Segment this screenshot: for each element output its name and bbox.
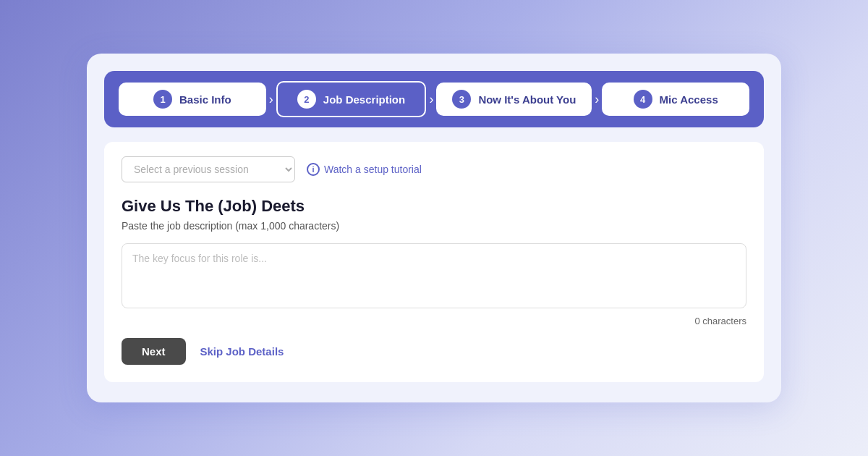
arrow-icon-1: ›: [266, 92, 276, 107]
top-bar: Select a previous session i Watch a setu…: [122, 156, 746, 182]
step-mic-access[interactable]: 4 Mic Access: [602, 83, 749, 116]
step-basic-info[interactable]: 1 Basic Info: [119, 83, 266, 116]
step-about-you[interactable]: 3 Now It's About You: [436, 83, 592, 116]
step-3-label: Now It's About You: [478, 93, 576, 106]
arrow-icon-2: ›: [426, 92, 436, 107]
char-count: 0 characters: [122, 316, 746, 326]
section-title: Give Us The (Job) Deets: [122, 197, 746, 216]
tutorial-link[interactable]: i Watch a setup tutorial: [307, 163, 422, 176]
next-button[interactable]: Next: [122, 338, 186, 365]
skip-button[interactable]: Skip Job Details: [200, 345, 284, 358]
step-4-label: Mic Access: [660, 93, 718, 106]
main-card: 1 Basic Info › 2 Job Description › 3 Now…: [87, 54, 781, 402]
section-subtitle: Paste the job description (max 1,000 cha…: [122, 220, 746, 232]
actions-bar: Next Skip Job Details: [122, 338, 746, 365]
info-icon: i: [307, 163, 320, 176]
step-1-number: 1: [153, 90, 172, 109]
session-select[interactable]: Select a previous session: [122, 156, 295, 182]
step-job-description[interactable]: 2 Job Description: [276, 81, 427, 117]
arrow-icon-3: ›: [592, 92, 602, 107]
step-2-label: Job Description: [323, 93, 405, 106]
step-2-number: 2: [297, 90, 316, 109]
step-3-number: 3: [452, 90, 471, 109]
job-description-textarea[interactable]: [122, 243, 746, 308]
step-4-number: 4: [634, 90, 652, 109]
tutorial-text: Watch a setup tutorial: [324, 164, 422, 175]
step-1-label: Basic Info: [179, 93, 231, 106]
stepper: 1 Basic Info › 2 Job Description › 3 Now…: [104, 71, 764, 127]
content-area: Select a previous session i Watch a setu…: [104, 142, 764, 382]
